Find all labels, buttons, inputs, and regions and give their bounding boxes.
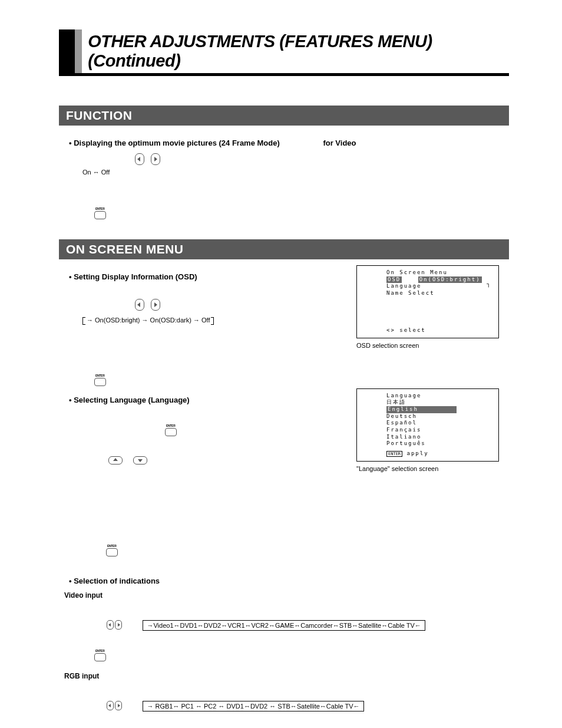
osd-row-osd: OSD <box>386 276 402 284</box>
right-arrow-icon <box>115 701 122 710</box>
enter-label: ENTER <box>166 424 175 427</box>
lang-jp: 日本語 <box>386 399 492 406</box>
osd-row-language: Language <box>386 283 492 290</box>
osd-bottom-hint: <> select <box>386 327 426 334</box>
page-title-bar: OTHER ADJUSTMENTS (FEATURES MENU) (Conti… <box>59 29 509 76</box>
on-off-toggle-label: On ↔ Off <box>82 169 506 176</box>
enter-label: ENTER <box>107 544 116 548</box>
enter-button-icon: ENTER <box>106 548 118 556</box>
enter-button-icon: ENTER <box>165 428 177 436</box>
title-grey-block <box>75 29 82 73</box>
down-arrow-icon <box>133 456 147 465</box>
enter-button-icon: ENTER <box>94 378 106 386</box>
rgb-input-cycle: → RGB1↔ PC1 ↔ PC2 ↔ DVD1↔DVD2 ↔ STB↔Sate… <box>143 701 363 711</box>
enter-icon-small: ENTER <box>386 451 402 457</box>
osd-row-nameselect: Name Select <box>386 290 492 297</box>
bullet-osd: • Setting Display Information (OSD) <box>69 272 356 281</box>
osd-cycle-text: → On(OSD:bright) → On(OSD:dark) → Off <box>87 317 210 324</box>
left-arrow-icon <box>107 620 114 630</box>
enter-button-icon: ENTER <box>94 653 106 661</box>
left-arrow-icon <box>135 153 144 165</box>
osd-caption: OSD selection screen <box>356 342 506 349</box>
left-arrow-icon <box>107 701 114 710</box>
video-input-heading: Video input <box>64 591 506 599</box>
corner-arrow-icon: ┐ <box>487 280 491 288</box>
enter-button-icon: ENTER <box>94 211 106 219</box>
bullet-24frame: • Displaying the optimum movie pictures … <box>69 139 506 147</box>
left-arrow-icon <box>135 299 144 311</box>
lang-en: English <box>386 406 457 413</box>
lang-bottom-hint: apply <box>407 450 429 456</box>
enter-label: ENTER <box>95 207 104 210</box>
language-caption: "Language" selection screen <box>356 465 506 472</box>
lang-fr: Français <box>386 427 492 434</box>
lang-pt: Português <box>386 440 492 447</box>
lang-screen-title: Language <box>386 393 492 400</box>
language-selection-screen: Language 日本語 English Deutsch Español Fra… <box>356 388 499 462</box>
osd-screen-title: On Screen Menu <box>386 269 492 276</box>
osd-selection-screen: On Screen Menu OSD On(OSD:bright) Langua… <box>356 265 499 338</box>
bullet-language: • Selecting Language (Language) <box>69 396 356 404</box>
lang-it: Italiano <box>386 434 492 441</box>
osd-cycle-options: → On(OSD:bright) → On(OSD:dark) → Off <box>82 317 356 325</box>
enter-label: ENTER <box>95 649 104 653</box>
section-heading-function: FUNCTION <box>59 106 509 126</box>
right-arrow-icon <box>151 153 160 165</box>
lang-de: Deutsch <box>386 413 492 420</box>
bullet-24frame-text: • Displaying the optimum movie pictures … <box>69 139 280 147</box>
page-title: OTHER ADJUSTMENTS (FEATURES MENU) (Conti… <box>88 29 509 73</box>
bullet-indications: • Selection of indications <box>69 577 506 585</box>
title-black-block <box>59 29 75 73</box>
video-input-cycle: →Video1↔DVD1↔DVD2↔VCR1↔VCR2↔GAME↔Camcord… <box>143 620 425 631</box>
lang-es: Español <box>386 420 492 427</box>
osd-row-value: On(OSD:bright) <box>418 276 482 284</box>
right-arrow-icon <box>115 620 122 630</box>
rgb-input-heading: RGB input <box>64 672 506 680</box>
enter-label: ENTER <box>95 374 104 377</box>
up-arrow-icon <box>108 456 123 465</box>
right-arrow-icon <box>151 299 160 311</box>
for-video-label: for Video <box>323 139 356 147</box>
section-heading-osm: ON SCREEN MENU <box>59 239 509 259</box>
